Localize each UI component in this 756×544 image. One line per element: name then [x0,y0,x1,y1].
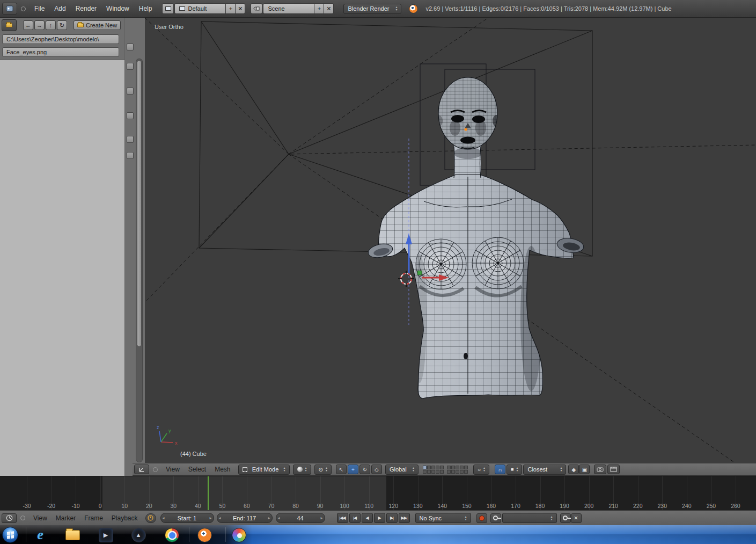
screen-layout-browse-button[interactable] [162,3,174,14]
mode-dropdown[interactable]: Edit Mode [238,465,290,475]
editor-type-button-filebrowser[interactable] [2,19,17,31]
snap-project-toggle[interactable]: ▣ [579,465,590,474]
menu-select[interactable]: Select [184,466,210,473]
layer-toggle[interactable] [423,466,427,469]
screen-layout-add-button[interactable]: + [226,3,236,14]
proportional-edit-dropdown[interactable]: ○ [473,465,489,475]
editor-type-button-info[interactable] [2,3,17,14]
snap-target-dropdown[interactable]: Closest [523,465,566,475]
taskbar-start-button[interactable] [2,527,18,543]
directory-path-field[interactable]: C:\Users\Zeopher\Desktop\modelo\ [2,34,119,44]
viewport-shading-dropdown[interactable] [293,465,311,475]
nav-refresh-button[interactable]: ↻ [57,20,67,30]
taskbar-graphics-app-icon[interactable] [231,527,247,543]
file-list-area[interactable] [0,60,124,476]
layer-toggle[interactable] [436,466,439,469]
auto-keyframe-record-button[interactable] [476,513,487,523]
snap-element-dropdown[interactable]: ■ [507,465,522,475]
menu-render[interactable]: Render [71,5,101,12]
layer-toggle[interactable] [431,466,435,469]
manipulator-y-handle[interactable] [417,271,422,275]
sync-dropdown[interactable]: No Sync [415,513,471,523]
keying-set-field[interactable] [502,513,557,523]
screen-layout-field[interactable]: Default [174,3,226,14]
jump-to-end-button[interactable]: ▶▶| [399,513,410,523]
transform-orientation-dropdown[interactable]: Global [385,465,419,475]
menu-tl-playback[interactable]: Playback [107,514,142,522]
layer-toggle[interactable] [431,470,435,474]
layer-toggle[interactable] [456,470,459,474]
menu-add[interactable]: Add [49,5,70,12]
manipulator-rotate-toggle[interactable]: ↻ [359,465,370,474]
viewport-3d[interactable]: x y z User Ortho (44) Cube [145,18,756,463]
scrollbar-thumb[interactable] [137,60,142,347]
strip-button-1[interactable] [127,43,134,50]
opengl-render-image-button[interactable] [594,465,606,474]
menu-help[interactable]: Help [134,5,157,12]
layer-toggle[interactable] [423,470,427,474]
strip-button-4[interactable] [127,112,134,119]
file-name-field[interactable]: Face_eyes.png [2,47,119,57]
layer-toggle[interactable] [440,466,444,469]
timeline-playhead[interactable] [208,476,209,510]
menu-window[interactable]: Window [101,5,134,12]
layer-toggle[interactable] [456,466,459,469]
scene-field[interactable]: Scene [263,3,314,14]
layer-toggle[interactable] [436,470,439,474]
file-list-scrollbar[interactable] [136,59,143,462]
opengl-render-anim-button[interactable] [607,465,620,474]
menu-tl-frame[interactable]: Frame [80,514,107,522]
taskbar-media-app-icon[interactable]: ▶ [98,527,114,543]
jump-next-keyframe-button[interactable]: ▶| [386,513,398,523]
render-engine-dropdown[interactable]: Blender Render [343,4,401,14]
menu-tl-view[interactable]: View [29,514,52,522]
insert-keyframe-button[interactable] [560,513,571,523]
strip-button-3[interactable] [127,88,134,95]
jump-to-start-button[interactable]: |◀◀ [337,513,348,523]
layer-toggle[interactable] [460,466,464,469]
taskbar-player-app-icon[interactable]: ▲ [130,527,146,543]
frame-start-field[interactable]: Start: 1 [160,513,214,523]
layer-toggle[interactable] [464,466,468,469]
play-reverse-button[interactable]: ◀ [362,513,373,523]
timeline-pin-icon[interactable] [20,516,25,520]
layer-toggle[interactable] [451,466,455,469]
menu-file[interactable]: File [30,5,49,12]
keying-set-icon-button[interactable] [490,513,501,523]
editor-type-button-timeline[interactable] [2,513,17,523]
cursor-3d[interactable] [398,271,414,287]
jump-prev-keyframe-button[interactable]: |◀ [349,513,361,523]
scene-add-button[interactable]: + [314,3,324,14]
play-button[interactable]: ▶ [374,513,385,523]
taskbar-internet-explorer-icon[interactable]: e [32,527,48,543]
manipulator-pointer-toggle[interactable]: ↖ [336,465,347,474]
layer-toggle[interactable] [460,470,464,474]
manipulator-scale-toggle[interactable]: ◇ [371,465,382,474]
scene-browse-button[interactable] [251,3,262,14]
manipulator-translate-toggle[interactable]: + [348,465,358,474]
taskbar-chrome-icon[interactable] [164,527,180,543]
nav-up-button[interactable]: ↑ [46,20,56,30]
strip-button-5[interactable] [127,136,134,143]
layer-toggle[interactable] [427,470,431,474]
layer-toggle[interactable] [447,466,451,469]
create-new-directory-button[interactable]: Create New [74,20,121,30]
frame-end-field[interactable]: End: 117 [217,513,273,523]
taskbar-file-explorer-icon[interactable] [64,527,80,543]
pivot-point-dropdown[interactable]: ⊙ [314,465,332,475]
strip-button-6[interactable] [127,152,134,159]
editor-type-button-3dview[interactable] [134,465,149,474]
layer-toggle[interactable] [440,470,444,474]
screen-layout-close-button[interactable]: ✕ [236,3,245,14]
taskbar-blender-icon[interactable] [196,527,212,543]
header-pin-icon[interactable] [21,6,26,11]
timeline-strip[interactable]: -30-20-100102030405060708090100110120130… [0,476,756,510]
mesh-object-torso[interactable] [346,71,585,410]
nav-forward-button[interactable]: → [34,20,45,30]
layer-toggle[interactable] [451,470,455,474]
layer-toggle[interactable] [464,470,468,474]
menu-mesh[interactable]: Mesh [210,466,234,473]
layer-toggle[interactable] [447,470,451,474]
snap-toggle-button[interactable]: ∩ [495,465,505,474]
snap-peel-toggle[interactable]: ◆ [568,465,579,474]
